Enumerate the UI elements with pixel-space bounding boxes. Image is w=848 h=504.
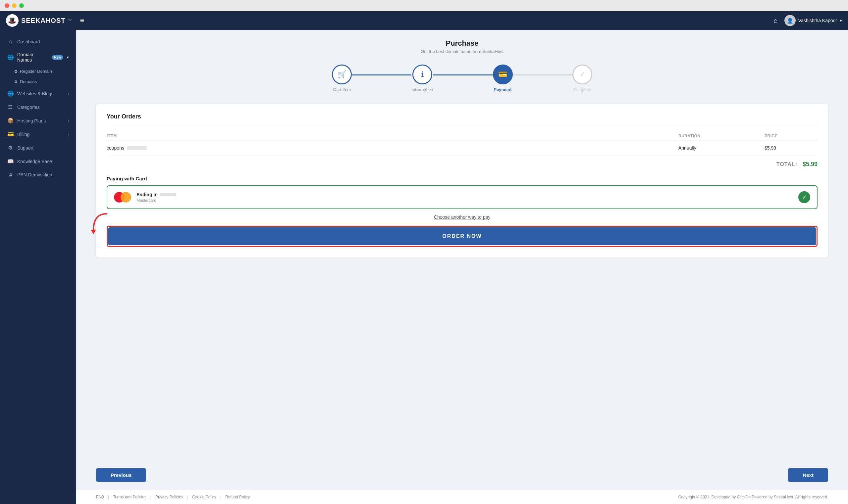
sidebar-submenu-domain: Register Domain Domains [0, 66, 76, 87]
chevron-left-icon: ‹ [68, 119, 69, 123]
sidebar-item-support[interactable]: ⚙ Support [0, 141, 76, 155]
monitor-icon: 🖥 [7, 172, 13, 178]
total-label: TOTAL: [776, 162, 797, 167]
logo-icon: 🎩 [6, 14, 19, 27]
footer-refund[interactable]: Refund Policy [225, 495, 250, 499]
hamburger-menu[interactable]: ≡ [80, 16, 84, 25]
sidebar-item-label: Domain Names [17, 52, 47, 62]
globe-icon: 🌐 [7, 90, 13, 97]
step-circle-information: ℹ [412, 65, 432, 84]
card-info: Ending in Mastercard [137, 192, 793, 203]
minimize-button[interactable] [12, 3, 17, 8]
sidebar-item-label: Billing [17, 132, 30, 137]
payment-section: Paying with Card Ending in Mast [107, 176, 817, 247]
sidebar-item-register-domain[interactable]: Register Domain [15, 66, 76, 76]
paying-label: Paying with Card [107, 176, 817, 181]
col-duration: DURATION [678, 134, 764, 138]
step-circle-payment: 💳 [493, 65, 513, 84]
order-now-button[interactable]: ORDER NOW [108, 227, 816, 245]
step-complete: ✓ Complete [572, 65, 592, 92]
topbar: 🎩 SEEKAHOST ™ ≡ ⌂ 👤 Vashishtha Kapoor ▾ [0, 11, 848, 30]
mastercard-icon [114, 192, 131, 202]
ending-label: Ending in [137, 192, 158, 197]
step-label-payment: Payment [494, 87, 512, 92]
total-amount: $5.99 [802, 161, 817, 168]
page-subtitle: Get the best domain name from SeekaHost [96, 49, 828, 54]
sidebar-item-label: Dashboard [17, 39, 40, 44]
window-chrome [0, 0, 848, 11]
footer-privacy[interactable]: Privacy Policies [155, 495, 183, 499]
step-circle-complete: ✓ [572, 65, 592, 84]
globe-icon: 🌐 [7, 54, 13, 60]
user-menu[interactable]: 👤 Vashishtha Kapoor ▾ [784, 15, 842, 26]
step-line-1 [352, 74, 411, 75]
chevron-left-icon: ‹ [68, 92, 69, 96]
choose-another-way[interactable]: Choose another way to pay [107, 214, 817, 220]
stepper: 🛒 Cart Item ℹ Information 💳 [96, 65, 828, 92]
sidebar-item-websites-blogs[interactable]: 🌐 Websites & Blogs ‹ [0, 87, 76, 100]
dot-icon [15, 80, 17, 83]
content-area: Purchase Get the best domain name from S… [76, 30, 848, 504]
check-icon: ✓ [579, 70, 585, 79]
duration-cell: Annually [678, 145, 764, 150]
nav-buttons: Previous Next [76, 460, 848, 490]
step-information: ℹ Information [411, 65, 433, 92]
col-item: ITEM [107, 134, 678, 138]
blurred-text [127, 146, 147, 150]
item-cell: coupons [107, 145, 678, 150]
sidebar-item-hosting-plans[interactable]: 📦 Hosting Plans ‹ [0, 114, 76, 127]
home-icon[interactable]: ⌂ [774, 17, 778, 24]
order-card: Your Orders ITEM DURATION PRICE coupons … [96, 104, 828, 257]
step-label-information: Information [411, 87, 433, 92]
sidebar-item-knowledge-base[interactable]: 📖 Knowledge Base [0, 155, 76, 168]
step-payment: 💳 Payment [493, 65, 513, 92]
mc-yellow-circle [121, 192, 131, 202]
step-label-complete: Complete [573, 87, 592, 92]
sidebar-item-label: Websites & Blogs [17, 91, 53, 96]
sidebar: ⌂ Dashboard 🌐 Domain Names New ▾ Registe… [0, 30, 76, 504]
sidebar-item-categories[interactable]: ☰ Categories [0, 100, 76, 114]
footer-terms[interactable]: Terms and Policies [113, 495, 146, 499]
selected-check-icon: ✓ [798, 191, 810, 203]
next-button[interactable]: Next [788, 468, 828, 482]
support-icon: ⚙ [7, 145, 13, 151]
page-title: Purchase [96, 39, 828, 48]
step-cart: 🛒 Cart Item [332, 65, 352, 92]
sidebar-item-label: Hosting Plans [17, 118, 46, 123]
footer-links: FAQ | Terms and Policies | Privacy Polic… [96, 495, 250, 499]
dropdown-arrow-icon: ▾ [840, 18, 842, 23]
payment-icon: 💳 [498, 70, 507, 79]
card-ending: Ending in [137, 192, 793, 197]
topbar-right: ⌂ 👤 Vashishtha Kapoor ▾ [774, 15, 842, 26]
annotation-arrow [87, 211, 110, 237]
main-layout: ⌂ Dashboard 🌐 Domain Names New ▾ Registe… [0, 30, 848, 504]
sidebar-item-pbn-demystified[interactable]: 🖥 PBN Demystified [0, 168, 76, 181]
cart-icon: 🛒 [338, 70, 346, 79]
maximize-button[interactable] [19, 3, 24, 8]
new-badge: New [52, 55, 63, 60]
col-price: PRICE [764, 134, 817, 138]
previous-button[interactable]: Previous [96, 468, 146, 482]
categories-icon: ☰ [7, 104, 13, 110]
footer-copyright: Copyright © 2021. Developed by ClickDo P… [678, 495, 828, 499]
svg-marker-0 [91, 230, 96, 234]
sidebar-item-billing[interactable]: 💳 Billing ‹ [0, 127, 76, 141]
user-name: Vashishtha Kapoor [798, 18, 837, 23]
footer-cookie[interactable]: Cookie Policy [192, 495, 216, 499]
sidebar-sub-label: Domains [20, 79, 37, 84]
footer-faq[interactable]: FAQ [96, 495, 104, 499]
sidebar-item-domains[interactable]: Domains [15, 76, 76, 87]
avatar: 👤 [784, 15, 796, 26]
logo: 🎩 SEEKAHOST ™ [6, 14, 72, 27]
home-icon: ⌂ [7, 39, 13, 45]
sidebar-item-dashboard[interactable]: ⌂ Dashboard [0, 35, 76, 48]
sidebar-item-label: Knowledge Base [17, 159, 52, 164]
chevron-down-icon: ▾ [67, 55, 69, 59]
card-number-blurred [160, 193, 176, 196]
step-line-3 [513, 74, 572, 75]
sidebar-item-domain-names[interactable]: 🌐 Domain Names New ▾ [0, 48, 76, 66]
card-box[interactable]: Ending in Mastercard ✓ [107, 185, 817, 209]
order-now-wrapper: ORDER NOW [107, 226, 817, 247]
close-button[interactable] [5, 3, 9, 8]
purchase-header: Purchase Get the best domain name from S… [96, 39, 828, 54]
